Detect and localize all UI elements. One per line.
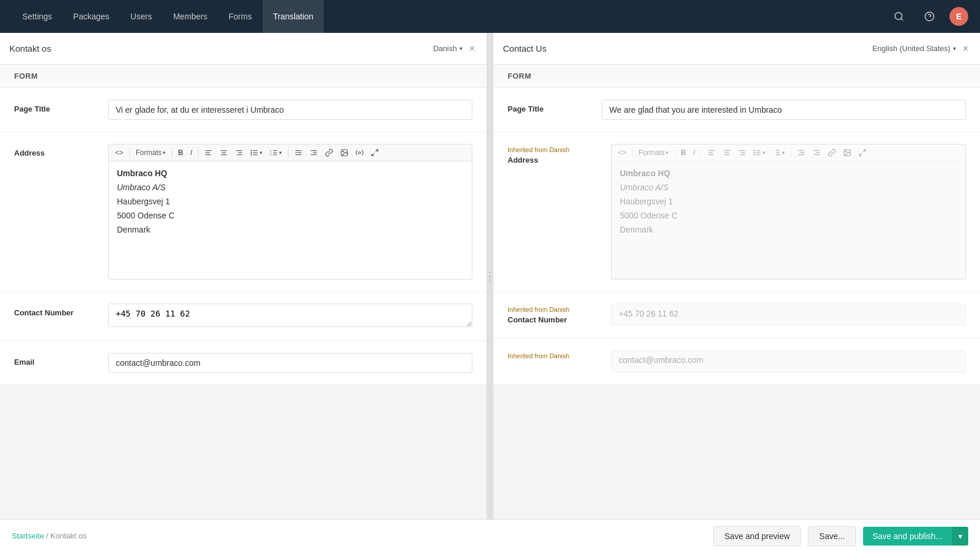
save-preview-button[interactable]: Save and preview xyxy=(713,526,801,546)
nav-translation[interactable]: Translation xyxy=(263,0,324,33)
right-rte-indent xyxy=(810,147,824,159)
rte-fullscreen-btn[interactable] xyxy=(368,147,382,159)
right-language-dropdown[interactable]: English (United States) ▾ xyxy=(872,44,956,53)
rte-list-ul-btn[interactable]: ▾ xyxy=(247,147,266,159)
rte-link-btn[interactable] xyxy=(322,147,336,159)
right-language-label: English (United States) xyxy=(872,44,951,53)
rte-row2-indent[interactable] xyxy=(307,147,321,159)
right-rte-sep1 xyxy=(632,147,633,158)
right-address-row: Inherited from Danish Address <> Formats… xyxy=(494,132,980,292)
left-close-button[interactable]: × xyxy=(467,41,477,56)
rte-code-btn[interactable]: <> xyxy=(112,147,126,159)
nav-forms[interactable]: Forms xyxy=(218,0,263,33)
right-page-title-row: Page Title xyxy=(494,88,980,132)
rte-line-3: Haubergsvej 1 xyxy=(117,197,464,206)
right-panel-header: English (United States) ▾ × xyxy=(494,33,980,65)
save-publish-button[interactable]: Save and publish... xyxy=(863,527,952,546)
right-address-rte-content: Umbraco HQ Umbraco A/S Haubergsvej 1 500… xyxy=(612,161,965,279)
nav-packages[interactable]: Packages xyxy=(63,0,120,33)
rte-italic-btn[interactable]: I xyxy=(187,147,195,159)
breadcrumb: Startseite / Kontakt os xyxy=(12,531,706,540)
rte-bold-btn[interactable]: B xyxy=(175,147,186,159)
nav-users[interactable]: Users xyxy=(120,0,163,33)
left-email-row: Email xyxy=(0,341,486,385)
svg-point-32 xyxy=(358,152,361,154)
right-page-title-label: Page Title xyxy=(508,100,602,113)
right-rte-toolbar: <> Formats ▾ B I xyxy=(612,144,965,161)
svg-line-62 xyxy=(860,153,862,156)
rte-align-right-btn[interactable] xyxy=(232,147,246,159)
nav-settings[interactable]: Settings xyxy=(12,0,63,33)
svg-line-61 xyxy=(863,150,865,152)
right-rte-fullscreen xyxy=(855,147,870,159)
left-contact-input-wrap: +45 70 26 11 62 xyxy=(108,304,472,329)
left-language-label: Danish xyxy=(433,44,457,53)
left-address-rte-content[interactable]: Umbraco HQ Umbraco A/S Haubergsvej 1 500… xyxy=(109,161,472,279)
right-rte-sep4 xyxy=(791,147,791,158)
left-contact-textarea[interactable]: +45 70 26 11 62 xyxy=(108,304,472,327)
left-address-label: Address xyxy=(14,144,108,157)
rte-image-btn[interactable] xyxy=(337,147,351,159)
right-rte-line-5: Denmark xyxy=(620,225,957,234)
breadcrumb-separator: / xyxy=(46,531,51,540)
nav-actions: E xyxy=(888,6,968,27)
right-language-chevron: ▾ xyxy=(953,45,956,52)
rte-align-center-btn[interactable] xyxy=(217,147,231,159)
rte-formats-btn[interactable]: Formats ▾ xyxy=(133,147,169,159)
rte-line-1: Umbraco HQ xyxy=(117,169,464,178)
rte-embed-btn[interactable] xyxy=(353,147,367,159)
right-panel: English (United States) ▾ × Form Page Ti… xyxy=(494,33,980,519)
right-title-input[interactable] xyxy=(503,43,868,53)
right-rte-sep3 xyxy=(701,147,702,158)
rte-sep1 xyxy=(129,147,130,158)
panel-divider[interactable] xyxy=(486,33,494,519)
right-rte-outdent xyxy=(794,147,808,159)
save-button[interactable]: Save... xyxy=(808,526,856,546)
right-email-input-wrap: contact@umbraco.com xyxy=(611,350,966,372)
right-rte-list-ul: ▾ xyxy=(750,147,768,159)
rte-sep2 xyxy=(172,147,172,158)
left-section-header: Form xyxy=(0,65,486,88)
save-publish-group: Save and publish... ▾ xyxy=(863,527,968,546)
rte-line-5: Denmark xyxy=(117,225,464,234)
right-rte-formats-btn: Formats ▾ xyxy=(636,147,672,159)
right-rte-align-left xyxy=(704,147,719,159)
left-email-input[interactable] xyxy=(108,353,472,373)
nav-members[interactable]: Members xyxy=(163,0,218,33)
right-contact-label-wrap: Inherited from Danish Contact Number xyxy=(508,304,602,324)
right-panel-content: Form Page Title Inherited from Danish Ad… xyxy=(494,65,980,519)
rte-sep4 xyxy=(288,147,288,158)
svg-point-16 xyxy=(251,152,251,153)
right-contact-input-wrap: +45 70 26 11 62 xyxy=(611,304,966,326)
breadcrumb-root-link[interactable]: Startseite xyxy=(12,531,44,540)
left-email-label: Email xyxy=(14,353,108,366)
left-panel-header: Danish ▾ × xyxy=(0,33,486,65)
rte-list-ol-btn[interactable]: 123 ▾ xyxy=(267,147,285,159)
right-email-inherited-label: Inherited from Danish xyxy=(508,352,602,359)
left-contact-row: Contact Number +45 70 26 11 62 xyxy=(0,292,486,341)
left-page-title-input[interactable] xyxy=(108,100,472,120)
right-rte-list-ol: ▾ xyxy=(770,147,788,159)
right-email-row: Inherited from Danish contact@umbraco.co… xyxy=(494,338,980,385)
rte-align-left-btn[interactable] xyxy=(202,147,216,159)
help-button[interactable] xyxy=(919,6,940,27)
save-publish-dropdown-button[interactable]: ▾ xyxy=(952,527,968,546)
user-avatar[interactable]: E xyxy=(949,7,968,26)
left-language-dropdown[interactable]: Danish ▾ xyxy=(433,44,462,53)
rte-line-4: 5000 Odense C xyxy=(117,211,464,220)
search-button[interactable] xyxy=(888,6,909,27)
right-page-title-input[interactable] xyxy=(602,100,966,120)
right-close-button[interactable]: × xyxy=(961,41,971,56)
svg-line-33 xyxy=(375,150,378,152)
right-rte-italic-btn: I xyxy=(690,147,698,159)
rte-row2-outdent[interactable] xyxy=(291,147,306,159)
left-panel-content: Form Page Title Address <> Formats ▾ xyxy=(0,65,486,519)
left-page-title-row: Page Title xyxy=(0,88,486,132)
right-rte-bold-btn: B xyxy=(678,147,689,159)
right-contact-row: Inherited from Danish Contact Number +45… xyxy=(494,292,980,338)
right-address-label-wrap: Inherited from Danish Address xyxy=(508,144,602,164)
svg-point-48 xyxy=(754,152,754,153)
left-title-input[interactable] xyxy=(9,43,428,53)
svg-point-47 xyxy=(754,150,754,151)
main-area: Danish ▾ × Form Page Title Address xyxy=(0,33,980,519)
